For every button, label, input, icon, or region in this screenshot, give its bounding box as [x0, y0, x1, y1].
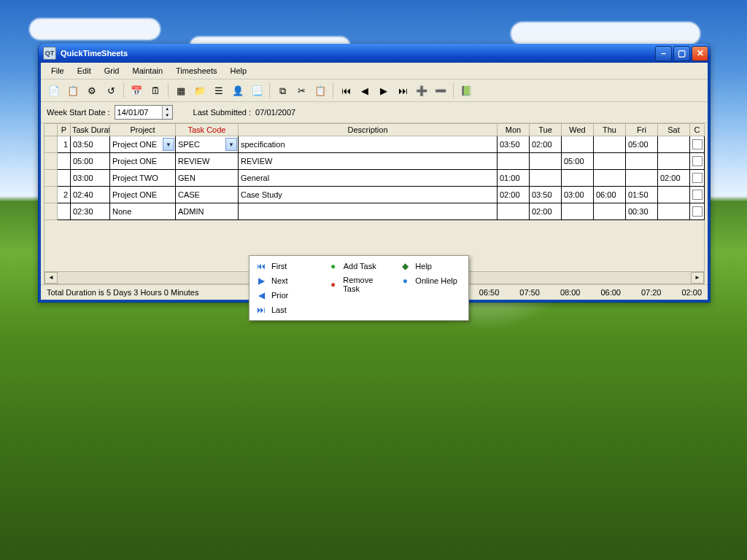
- remove-icon[interactable]: ➖: [432, 82, 449, 99]
- help-icon[interactable]: 📗: [457, 82, 475, 99]
- dropdown-icon[interactable]: ▼: [225, 138, 237, 151]
- prior-icon[interactable]: ◀: [356, 82, 374, 99]
- menu-help[interactable]: Help: [225, 65, 253, 77]
- cell-project[interactable]: None: [110, 206, 175, 217]
- cell-task-code[interactable]: GEN: [176, 173, 238, 183]
- col-task-code[interactable]: Task Code: [176, 124, 239, 136]
- cell-wed[interactable]: [562, 177, 593, 179]
- cell-project[interactable]: Project ONE: [110, 190, 175, 200]
- settings-icon[interactable]: ⚙: [83, 82, 101, 99]
- scroll-left-icon[interactable]: ◄: [44, 272, 58, 284]
- calendar-icon[interactable]: 📅: [128, 82, 145, 99]
- cell-mon[interactable]: [498, 211, 529, 212]
- date-spinner[interactable]: ▲ ▼: [162, 106, 172, 119]
- ctx-first[interactable]: ⏮First: [251, 259, 323, 273]
- cell-duration[interactable]: 03:00: [71, 173, 109, 183]
- cell-p[interactable]: 1: [58, 139, 70, 149]
- grid-icon[interactable]: ▦: [172, 82, 190, 99]
- cell-task-code[interactable]: SPEC: [176, 139, 225, 149]
- last-icon[interactable]: ⏭: [394, 82, 411, 99]
- menu-file[interactable]: File: [45, 65, 70, 77]
- cell-wed[interactable]: 03:00: [562, 190, 593, 200]
- col-fri[interactable]: Fri: [626, 124, 658, 136]
- ctx-next[interactable]: ▶Next: [251, 273, 323, 288]
- cell-wed[interactable]: [562, 211, 593, 212]
- cell-project[interactable]: Project ONE: [110, 139, 163, 149]
- cell-description[interactable]: [239, 211, 497, 212]
- cell-tue[interactable]: 03:50: [530, 190, 561, 200]
- cell-duration[interactable]: 03:50: [71, 139, 109, 149]
- next-icon[interactable]: ▶: [375, 82, 392, 99]
- cell-tue[interactable]: 02:00: [530, 139, 561, 149]
- scroll-right-icon[interactable]: ►: [691, 272, 704, 284]
- cell-sat[interactable]: 02:00: [658, 173, 689, 183]
- cell-project[interactable]: Project ONE: [110, 156, 175, 166]
- col-c[interactable]: C: [690, 124, 705, 136]
- list-icon[interactable]: ☰: [210, 82, 228, 99]
- menu-edit[interactable]: Edit: [71, 65, 97, 77]
- cell-mon[interactable]: 02:00: [498, 190, 529, 200]
- paste-icon[interactable]: 📋: [311, 82, 329, 99]
- cell-sat[interactable]: [658, 144, 689, 145]
- cell-thu[interactable]: 06:00: [594, 190, 625, 200]
- ctx-last[interactable]: ⏭Last: [251, 303, 323, 317]
- cut-icon[interactable]: ✂: [293, 82, 310, 99]
- week-start-date-input[interactable]: [115, 108, 162, 117]
- cell-duration[interactable]: 05:00: [71, 156, 109, 166]
- context-menu[interactable]: ⏮First▶Next◀Prior⏭Last ●Add Task●Remove …: [249, 255, 469, 321]
- user-icon[interactable]: 👤: [229, 82, 247, 99]
- cell-task-code[interactable]: REVIEW: [176, 156, 238, 166]
- table-row[interactable]: 03:00Project TWOGENGeneral01:0002:00: [44, 170, 705, 187]
- cell-task-code[interactable]: ADMIN: [176, 206, 238, 217]
- timesheet-grid[interactable]: P Task Duration Project Task Code Descri…: [44, 123, 705, 220]
- cell-p[interactable]: [58, 160, 70, 162]
- cell-task-code[interactable]: CASE: [176, 190, 238, 200]
- table-row[interactable]: 103:50Project ONE▼SPEC▼specification03:5…: [44, 136, 705, 153]
- cell-wed[interactable]: [562, 144, 593, 145]
- cell-p[interactable]: [58, 177, 70, 179]
- col-wed[interactable]: Wed: [562, 124, 594, 136]
- col-sat[interactable]: Sat: [658, 124, 690, 136]
- menu-timesheets[interactable]: Timesheets: [170, 65, 222, 77]
- cell-thu[interactable]: [594, 144, 625, 145]
- week-start-date-field[interactable]: ▲ ▼: [115, 105, 173, 120]
- cell-tue[interactable]: 02:00: [530, 206, 561, 217]
- row-checkbox[interactable]: [692, 139, 703, 149]
- cell-mon[interactable]: 01:00: [498, 173, 529, 183]
- first-icon[interactable]: ⏮: [337, 82, 355, 99]
- col-project[interactable]: Project: [110, 124, 176, 136]
- col-mon[interactable]: Mon: [498, 124, 530, 136]
- row-checkbox[interactable]: [692, 173, 703, 183]
- cell-thu[interactable]: [594, 177, 625, 179]
- cell-wed[interactable]: 05:00: [562, 156, 593, 166]
- row-checkbox[interactable]: [692, 156, 703, 166]
- cell-sat[interactable]: [658, 194, 689, 195]
- properties-icon[interactable]: 📋: [64, 82, 82, 99]
- cell-p[interactable]: [58, 211, 70, 212]
- ctx-help[interactable]: ◆Help: [395, 259, 467, 273]
- cell-description[interactable]: REVIEW: [239, 156, 497, 166]
- cell-mon[interactable]: [498, 160, 529, 162]
- col-duration[interactable]: Task Duration: [71, 124, 110, 136]
- cell-sat[interactable]: [658, 160, 689, 162]
- spin-down-icon[interactable]: ▼: [162, 112, 172, 119]
- ctx-prior[interactable]: ◀Prior: [251, 288, 323, 303]
- refresh-cal-icon[interactable]: 🗓: [147, 82, 164, 99]
- cell-duration[interactable]: 02:40: [71, 190, 109, 200]
- row-checkbox[interactable]: [692, 206, 703, 217]
- undo-icon[interactable]: ↺: [102, 82, 120, 99]
- add-icon[interactable]: ➕: [413, 82, 430, 99]
- table-row[interactable]: 202:40Project ONECASECase Study02:0003:5…: [44, 187, 705, 203]
- cell-description[interactable]: specification: [239, 139, 497, 149]
- ctx-add-task[interactable]: ●Add Task: [323, 259, 395, 273]
- cell-sat[interactable]: [658, 211, 689, 212]
- col-p[interactable]: P: [58, 124, 71, 136]
- table-row[interactable]: 05:00Project ONEREVIEWREVIEW05:00: [44, 153, 705, 170]
- close-button[interactable]: ✕: [692, 46, 708, 61]
- cell-fri[interactable]: [626, 160, 657, 162]
- cell-project[interactable]: Project TWO: [110, 173, 175, 183]
- col-description[interactable]: Description: [239, 124, 498, 136]
- report-icon[interactable]: 📃: [248, 82, 266, 99]
- cell-thu[interactable]: [594, 211, 625, 212]
- cell-description[interactable]: General: [239, 173, 497, 183]
